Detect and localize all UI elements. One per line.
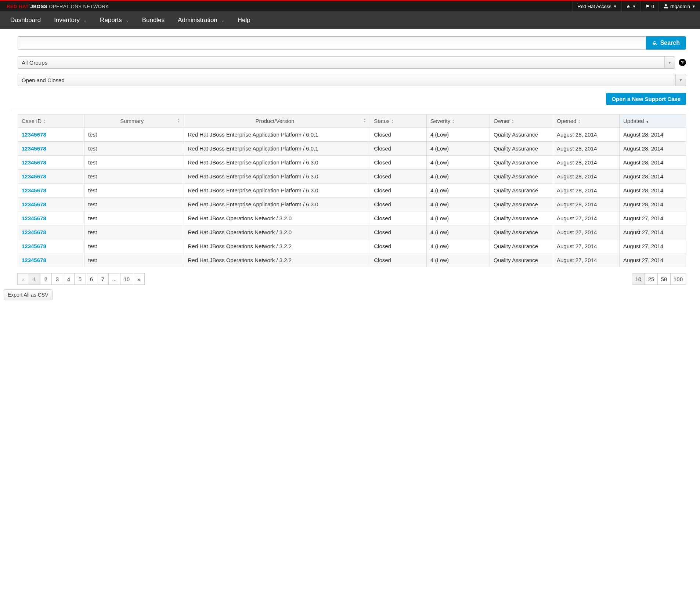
- page-button[interactable]: 7: [97, 273, 109, 285]
- col-header-product-label: Product/Version: [255, 118, 294, 124]
- cell-product: Red Hat JBoss Enterprise Application Pla…: [184, 184, 370, 197]
- cell-owner: Quality Assurance: [490, 239, 553, 253]
- page-button[interactable]: 2: [40, 273, 52, 285]
- page-next-button[interactable]: »: [133, 273, 145, 285]
- case-id-link[interactable]: 12345678: [22, 215, 46, 221]
- case-id-link[interactable]: 12345678: [22, 131, 46, 138]
- case-id-link[interactable]: 12345678: [22, 159, 46, 166]
- case-id-link[interactable]: 12345678: [22, 173, 46, 180]
- cases-table: Case ID▲▼ Summary▲▼ Product/Version▲▼ St…: [18, 114, 686, 267]
- cell-status: Closed: [370, 239, 427, 253]
- chevron-down-icon: ⌄: [126, 18, 129, 23]
- groups-dropdown[interactable]: All Groups ▼: [18, 56, 675, 69]
- groups-filter-row: All Groups ▼ ?: [18, 56, 686, 69]
- status-dropdown-value: Open and Closed: [22, 77, 65, 83]
- nav-inventory[interactable]: Inventory⌄: [47, 11, 93, 29]
- cell-product: Red Hat JBoss Operations Network / 3.2.0: [184, 225, 370, 239]
- page-button[interactable]: 3: [51, 273, 63, 285]
- cell-opened: August 28, 2014: [553, 128, 619, 142]
- page-button[interactable]: 4: [63, 273, 75, 285]
- cell-updated: August 28, 2014: [619, 197, 686, 211]
- favorites-menu[interactable]: ★ ▼: [621, 1, 641, 11]
- nav-reports[interactable]: Reports⌄: [93, 11, 136, 29]
- search-button[interactable]: Search: [646, 36, 686, 50]
- nav-bundles[interactable]: Bundles: [136, 11, 171, 29]
- cell-status: Closed: [370, 170, 427, 184]
- cell-updated: August 28, 2014: [619, 184, 686, 197]
- col-header-summary[interactable]: Summary▲▼: [84, 115, 184, 128]
- notification-count: 0: [652, 4, 654, 9]
- redhat-access-menu[interactable]: Red Hat Access ▼: [573, 1, 621, 11]
- table-row: 12345678testRed Hat JBoss Enterprise App…: [18, 142, 686, 156]
- export-csv-button[interactable]: Export All as CSV: [4, 289, 53, 300]
- case-id-link[interactable]: 12345678: [22, 229, 46, 235]
- cell-summary: test: [84, 170, 184, 184]
- col-header-opened[interactable]: Opened▲▼: [553, 115, 619, 128]
- table-row: 12345678testRed Hat JBoss Operations Net…: [18, 225, 686, 239]
- content-area: Search All Groups ▼ ? Open and Closed ▼ …: [0, 29, 700, 300]
- cell-opened: August 27, 2014: [553, 253, 619, 267]
- page-button[interactable]: 10: [120, 273, 134, 285]
- cell-summary: test: [84, 211, 184, 225]
- brand-part2: JBOSS: [30, 4, 47, 9]
- table-footer: « 1234567...10 » 102550100: [18, 273, 686, 285]
- nav-help[interactable]: Help: [231, 11, 257, 29]
- page-button[interactable]: ...: [108, 273, 120, 285]
- cell-severity: 4 (Low): [427, 142, 490, 156]
- pagesize-button[interactable]: 25: [645, 273, 658, 285]
- nav-dashboard[interactable]: Dashboard: [4, 11, 47, 29]
- sort-icon: ▲▼: [363, 118, 366, 123]
- notifications-menu[interactable]: ⚑ 0: [641, 1, 658, 11]
- cell-severity: 4 (Low): [427, 156, 490, 170]
- groups-dropdown-value: All Groups: [22, 59, 47, 66]
- cell-owner: Quality Assurance: [490, 253, 553, 267]
- cell-summary: test: [84, 253, 184, 267]
- brand-part3: OPERATIONS NETWORK: [49, 4, 109, 9]
- page-button[interactable]: 6: [86, 273, 97, 285]
- cell-product: Red Hat JBoss Enterprise Application Pla…: [184, 156, 370, 170]
- col-header-updated[interactable]: Updated ▼: [619, 115, 686, 128]
- open-new-case-button[interactable]: Open a New Support Case: [606, 93, 686, 105]
- nav-dashboard-label: Dashboard: [10, 17, 41, 24]
- cell-opened: August 27, 2014: [553, 211, 619, 225]
- cell-status: Closed: [370, 211, 427, 225]
- page-button[interactable]: 1: [29, 273, 40, 285]
- user-menu[interactable]: rhqadmin ▼: [658, 1, 700, 11]
- table-row: 12345678testRed Hat JBoss Enterprise App…: [18, 128, 686, 142]
- help-icon[interactable]: ?: [679, 59, 686, 66]
- cell-opened: August 28, 2014: [553, 142, 619, 156]
- search-input[interactable]: [18, 36, 646, 50]
- nav-administration-label: Administration: [178, 17, 217, 24]
- nav-administration[interactable]: Administration⌄: [171, 11, 231, 29]
- cell-summary: test: [84, 142, 184, 156]
- pagesize-button[interactable]: 100: [670, 273, 686, 285]
- star-icon: ★: [626, 4, 631, 9]
- status-dropdown[interactable]: Open and Closed ▼: [18, 74, 686, 86]
- cell-owner: Quality Assurance: [490, 197, 553, 211]
- pagesize-button[interactable]: 10: [632, 273, 645, 285]
- col-header-owner[interactable]: Owner▲▼: [490, 115, 553, 128]
- page-first-button[interactable]: «: [17, 273, 29, 285]
- cell-product: Red Hat JBoss Operations Network / 3.2.0: [184, 211, 370, 225]
- cell-severity: 4 (Low): [427, 239, 490, 253]
- chevron-down-icon: ▼: [664, 57, 675, 68]
- sort-icon: ▲▼: [43, 119, 46, 124]
- cell-opened: August 27, 2014: [553, 239, 619, 253]
- chevron-down-icon: ▼: [692, 4, 696, 8]
- cell-product: Red Hat JBoss Operations Network / 3.2.2: [184, 253, 370, 267]
- search-icon: [652, 40, 658, 46]
- case-id-link[interactable]: 12345678: [22, 257, 46, 263]
- page-button[interactable]: 5: [74, 273, 86, 285]
- cell-product: Red Hat JBoss Enterprise Application Pla…: [184, 142, 370, 156]
- col-header-caseid[interactable]: Case ID▲▼: [18, 115, 84, 128]
- col-header-status[interactable]: Status▲▼: [370, 115, 427, 128]
- case-id-link[interactable]: 12345678: [22, 187, 46, 193]
- col-header-severity[interactable]: Severity▲▼: [427, 115, 490, 128]
- case-id-link[interactable]: 12345678: [22, 243, 46, 249]
- cell-owner: Quality Assurance: [490, 142, 553, 156]
- pagesize-button[interactable]: 50: [657, 273, 671, 285]
- case-id-link[interactable]: 12345678: [22, 201, 46, 207]
- cell-severity: 4 (Low): [427, 253, 490, 267]
- col-header-product[interactable]: Product/Version▲▼: [184, 115, 370, 128]
- case-id-link[interactable]: 12345678: [22, 145, 46, 152]
